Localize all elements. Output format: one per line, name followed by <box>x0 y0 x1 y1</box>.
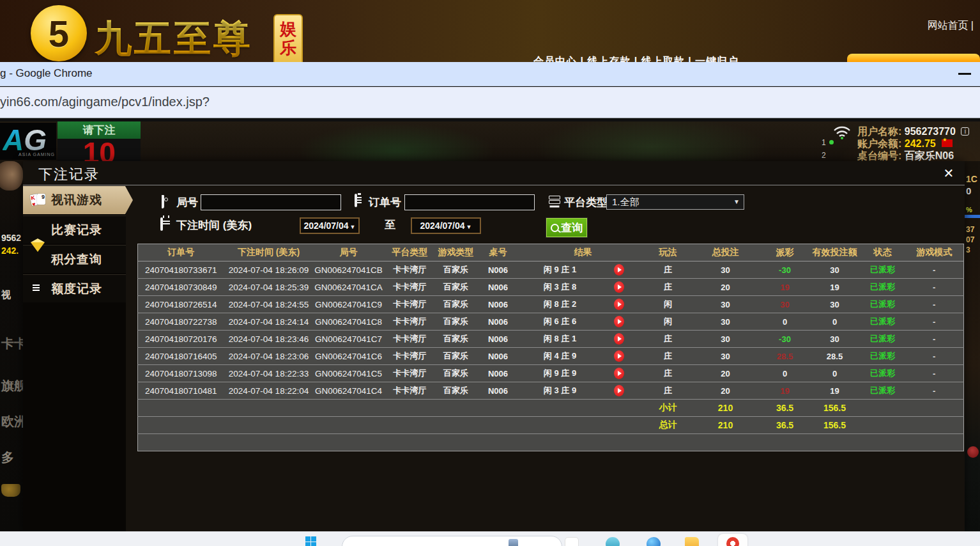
table-cell: 卡卡湾厅 <box>384 331 436 348</box>
table-cell: 闲 <box>646 296 691 313</box>
background-text-fragment: 旗舰 <box>1 377 23 394</box>
bet-records-dialog: 下注记录 ✕ K♥9视讯游戏比赛记录积分查询额度记录 局号 订单号 平台类型 1… <box>23 161 965 531</box>
table-cell: 闲 8 庄 1 <box>521 331 646 348</box>
summary-cell: 36.5 <box>761 417 809 434</box>
seat-number-1: 1 <box>822 138 826 147</box>
chrome-titlebar[interactable]: g - Google Chrome <box>0 62 980 86</box>
summary-cell: 156.5 <box>809 417 861 434</box>
play-video-icon[interactable] <box>614 350 624 362</box>
platform-select[interactable]: 1.全部 ▼ <box>606 194 744 210</box>
close-icon[interactable]: ✕ <box>940 165 957 182</box>
table-cell: 闲 6 庄 6 <box>521 313 646 331</box>
summary-row-total: 总计21036.5156.5 <box>138 417 964 434</box>
logo-number: 5 <box>49 12 69 55</box>
calendar-icon <box>160 219 173 231</box>
column-header: 派彩 <box>761 244 809 261</box>
summary-cell: 36.5 <box>761 400 809 417</box>
table-cell: 卡卡湾厅 <box>384 279 436 296</box>
summary-cell <box>861 417 964 434</box>
table-cell: 卡卡湾厅 <box>384 313 436 331</box>
play-video-icon[interactable] <box>614 281 624 293</box>
top-nav-links[interactable]: 会员中心 | 线上存款 | 线上取款 | 一键归户 <box>533 54 739 62</box>
table-cell: 0 <box>809 365 861 382</box>
table-cell: 0 <box>761 313 809 331</box>
table-cell: - <box>905 313 964 331</box>
background-text-fragment: 卡卡 <box>1 335 23 352</box>
empty-row <box>138 434 964 451</box>
minimize-icon[interactable] <box>958 73 971 75</box>
date-to-select[interactable]: 2024/07/04▼ <box>411 217 481 234</box>
table-cell: N006 <box>476 296 521 313</box>
table-cell: 240704180722738 <box>138 313 224 331</box>
flag-icon <box>942 139 953 147</box>
site-logo-badge: 娱乐 <box>273 14 303 62</box>
table-cell: 卡卡湾厅 <box>384 296 436 313</box>
bet-countdown-box: 请下注 10 <box>57 121 141 161</box>
round-input[interactable] <box>201 194 341 210</box>
table-label: 桌台编号: <box>857 150 901 161</box>
edge-icon[interactable] <box>647 537 661 546</box>
table-cell: GN006247041C5 <box>314 365 384 382</box>
promo-button[interactable] <box>847 54 980 62</box>
column-header: 有效投注额 <box>809 244 861 261</box>
table-cell: 20 <box>691 279 761 296</box>
header-row: 订单号下注时间 (美东)局号平台类型游戏类型桌号结果玩法总投注派彩有效投注额状态… <box>138 244 964 261</box>
sidebar-item-diamond[interactable]: 积分查询 <box>23 245 126 273</box>
taskbar-app-icon[interactable] <box>565 537 579 546</box>
user-label: 用户名称: <box>857 126 901 137</box>
table-cell: 百家乐 <box>436 382 476 400</box>
chrome-icon[interactable] <box>726 537 739 546</box>
site-logo-icon: 5 <box>31 5 87 61</box>
table-cell: 庄 <box>646 261 691 279</box>
table-cell: 0 <box>761 365 809 382</box>
home-link[interactable]: 网站首页 | <box>927 19 974 33</box>
column-header: 平台类型 <box>384 244 436 261</box>
url-text[interactable]: yin66.com/agingame/pcv1/index.jsp? <box>0 95 210 109</box>
sidebar-item-cards[interactable]: K♥9视讯游戏 <box>23 186 133 214</box>
background-text-fragment: 多 <box>1 449 14 466</box>
search-button[interactable]: 查询 <box>546 218 587 237</box>
chevron-down-icon: ▼ <box>466 224 472 230</box>
table-cell: 已派彩 <box>861 365 905 382</box>
play-video-icon[interactable] <box>614 368 624 379</box>
table-cell: 30 <box>691 331 761 348</box>
chevron-down-icon: ▼ <box>350 224 356 230</box>
search-button-label: 查询 <box>561 221 583 235</box>
summary-cell <box>138 417 646 434</box>
bet-table: 订单号下注时间 (美东)局号平台类型游戏类型桌号结果玩法总投注派彩有效投注额状态… <box>137 244 964 451</box>
play-video-icon[interactable] <box>614 264 624 276</box>
active-app-highlight[interactable] <box>718 534 747 546</box>
table-row: 2407041807201762024-07-04 18:23:46GN0062… <box>138 331 964 348</box>
play-video-icon[interactable] <box>614 299 624 310</box>
column-header: 结果 <box>521 244 646 261</box>
play-video-icon[interactable] <box>614 333 624 345</box>
table-row: 2407041807104812024-07-04 18:22:04GN0062… <box>138 382 964 400</box>
sidebar-item-document[interactable]: 额度记录 <box>23 274 126 302</box>
table-cell: 19 <box>809 382 861 400</box>
background-text-fragment: 0 <box>966 185 971 196</box>
taskbar-search-input[interactable] <box>342 536 562 546</box>
table-cell: 庄 <box>646 279 691 296</box>
cards-icon: K♥9 <box>31 192 46 208</box>
order-input[interactable] <box>404 194 535 210</box>
table-cell: GN006247041C7 <box>314 331 384 348</box>
table-cell: 百家乐 <box>436 313 476 331</box>
table-cell: - <box>905 382 964 400</box>
play-video-icon[interactable] <box>614 316 624 327</box>
play-video-icon[interactable] <box>614 385 624 396</box>
taskbar-app-icon[interactable] <box>606 537 620 546</box>
ag-caption: ASIA GAMING <box>19 152 55 157</box>
info-icon[interactable]: i <box>961 127 969 136</box>
summary-cell: 小计 <box>646 400 691 417</box>
table-cell: 30 <box>691 296 761 313</box>
table-cell: GN006247041CB <box>314 261 384 279</box>
table-cell: 30 <box>691 348 761 365</box>
folder-icon[interactable] <box>685 537 699 546</box>
date-from-select[interactable]: 2024/07/04▼ <box>300 217 360 234</box>
table-cell: GN006247041CA <box>314 279 384 296</box>
table-cell: 30 <box>809 296 861 313</box>
user-value: 956273770 <box>905 126 956 137</box>
table-cell: - <box>905 365 964 382</box>
chrome-url-bar[interactable]: yin66.com/agingame/pcv1/index.jsp? <box>0 87 980 118</box>
start-icon[interactable] <box>305 536 316 546</box>
